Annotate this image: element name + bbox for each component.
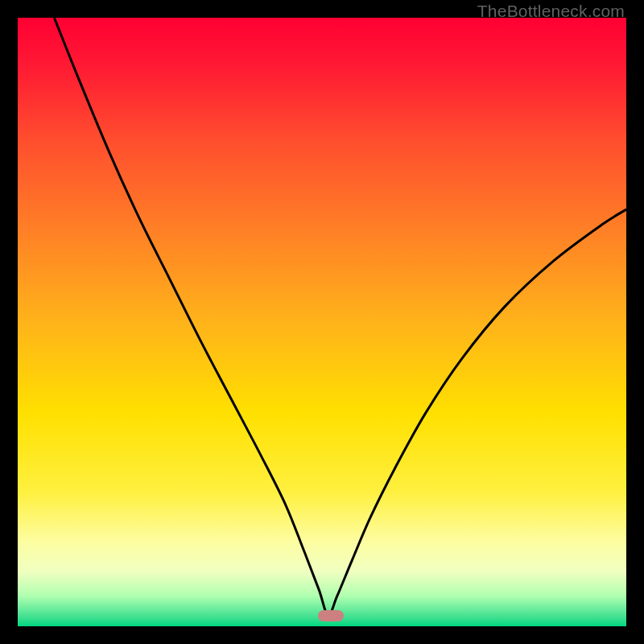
chart-container: TheBottleneck.com: [0, 0, 644, 644]
watermark-text: TheBottleneck.com: [477, 2, 625, 21]
bottleneck-curve: [18, 18, 626, 626]
optimal-marker: [318, 610, 344, 621]
plot-area: [18, 18, 626, 626]
